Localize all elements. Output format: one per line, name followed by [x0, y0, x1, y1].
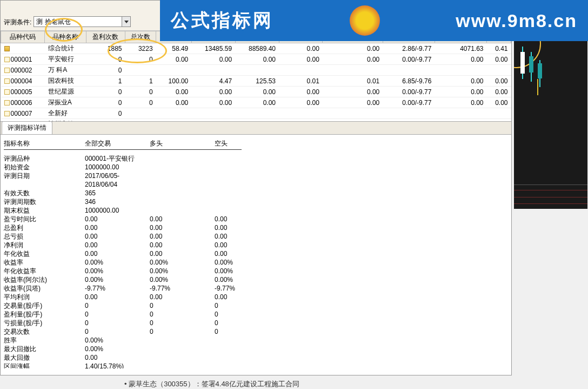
- detail-row: 平均利润0.000.000.00: [4, 293, 508, 301]
- detail-value: 365: [85, 189, 150, 197]
- row-value: [383, 108, 435, 119]
- row-value: 0.00: [323, 87, 383, 97]
- row-code: 000001: [11, 56, 32, 63]
- detail-value: 0: [215, 301, 279, 310]
- row-name: 平安银行: [45, 54, 86, 65]
- detail-value: 0.00: [85, 215, 150, 223]
- row-name: 深振业A: [45, 97, 86, 108]
- grid-header[interactable]: 总次数: [125, 31, 156, 43]
- grid-header[interactable]: 品种名称: [45, 31, 86, 43]
- detail-row: 交易次数000: [4, 327, 508, 336]
- detail-value: 0.00: [85, 249, 150, 258]
- row-value: 1: [125, 76, 156, 87]
- detail-value: 0.00: [150, 215, 215, 223]
- row-value: 4071.63: [435, 43, 486, 54]
- detail-value: 0: [85, 327, 150, 336]
- detail-value: 1000000.00: [85, 163, 150, 172]
- row-name: 综合统计: [45, 43, 86, 54]
- detail-value: 0: [215, 327, 279, 336]
- detail-value: 0: [150, 319, 215, 327]
- detail-value: 1.40(15.78%): [85, 362, 150, 368]
- row-value: [323, 65, 383, 76]
- annotation-arc: [514, 41, 541, 68]
- detail-header-col: 全部交易: [85, 138, 150, 149]
- table-row[interactable]: 000007全新好0: [1, 108, 511, 119]
- grid-line: [514, 184, 587, 185]
- detail-value: 0.00: [150, 232, 215, 241]
- detail-label: 最大回撤: [4, 353, 85, 362]
- detail-pane[interactable]: 指标名称 全部交易 多头 空头 评测品种000001-平安银行初始资金10000…: [1, 135, 511, 368]
- detail-label: 总盈利: [4, 223, 85, 232]
- grid-header[interactable]: 盈利次数: [86, 31, 125, 43]
- row-value: 0.00: [323, 54, 383, 65]
- detail-row: 收益率(阿尔法)0.00%0.00%0.00%: [4, 275, 508, 284]
- row-value: [235, 108, 279, 119]
- table-row[interactable]: 综合统计1885322358.4913485.5988589.400.000.0…: [1, 43, 511, 54]
- row-value: 1: [86, 76, 125, 87]
- detail-value: 1000000.00: [85, 206, 150, 215]
- detail-value: 0.00%: [85, 267, 150, 275]
- document-icon: [4, 89, 10, 95]
- banner-title: 公式指标网: [171, 8, 273, 33]
- detail-value: 0.00: [215, 232, 279, 241]
- detail-value: 0.00%: [85, 345, 150, 353]
- detail-value: 0.00: [215, 241, 279, 249]
- condition-combo[interactable]: [34, 16, 131, 27]
- row-value: 0.00: [323, 43, 383, 54]
- row-value: 0.00: [279, 54, 323, 65]
- detail-value: 0: [85, 319, 150, 327]
- grid-header[interactable]: 品种代码: [1, 31, 45, 43]
- row-value: [279, 108, 323, 119]
- banner-logo-icon: [350, 5, 380, 36]
- detail-row: 收益率0.00%0.00%0.00%: [4, 258, 508, 267]
- row-value: 100.00: [156, 76, 192, 87]
- row-value: 0.00: [435, 76, 486, 87]
- detail-value: 0.00: [150, 223, 215, 232]
- row-value: 0.00: [435, 87, 486, 97]
- row-value: 0: [86, 54, 125, 65]
- document-icon: [4, 57, 10, 62]
- detail-row: 盈利量(股/手)000: [4, 310, 508, 319]
- row-value: 0: [86, 65, 125, 76]
- detail-header-col: 空头: [215, 138, 242, 149]
- detail-label: 初始资金: [4, 163, 85, 172]
- row-value: 0.00: [279, 87, 323, 97]
- row-name: 国农科技: [45, 76, 86, 87]
- row-value: 2.86/-9.77: [383, 43, 435, 54]
- row-value: [383, 65, 435, 76]
- row-value: 0.00: [487, 54, 511, 65]
- detail-value: 0.00: [150, 241, 215, 249]
- detail-label: 交易量(股/手): [4, 301, 85, 310]
- detail-value: 0.00: [150, 249, 215, 258]
- detail-label: 评测品种: [4, 154, 85, 163]
- row-value: 0.00: [235, 54, 279, 65]
- detail-label: 收益率(阿尔法): [4, 275, 85, 284]
- detail-label: 有效天数: [4, 189, 85, 197]
- detail-row: 评测品种000001-平安银行: [4, 154, 508, 163]
- row-value: 0.00: [235, 87, 279, 97]
- watermark-banner: 公式指标网 www.9m8.cn: [160, 0, 588, 41]
- table-row[interactable]: 000002万 科A0: [1, 65, 511, 76]
- row-value: [156, 65, 192, 76]
- row-value: 0.00: [156, 87, 192, 97]
- table-row[interactable]: 000006深振业A000.000.000.000.000.000.00/-9.…: [1, 97, 511, 108]
- row-value: 1885: [86, 43, 125, 54]
- row-value: 0.00: [435, 97, 486, 108]
- tab-detail[interactable]: 评测指标详情: [2, 121, 52, 134]
- folder-icon: [4, 46, 10, 51]
- table-row[interactable]: 000001平安银行000.000.000.000.000.000.00/-9.…: [1, 54, 511, 65]
- detail-value: 0.00: [150, 293, 215, 301]
- row-code: 000002: [11, 67, 32, 74]
- banner-url: www.9m8.cn: [456, 10, 577, 31]
- detail-value: 346: [85, 197, 150, 206]
- condition-input[interactable]: [34, 18, 122, 25]
- detail-label: 平均利润: [4, 293, 85, 301]
- table-row[interactable]: 000005世纪星源000.000.000.000.000.000.00/-9.…: [1, 87, 511, 97]
- dropdown-button[interactable]: [122, 17, 130, 27]
- row-value: 0.00: [487, 76, 511, 87]
- grid-line: [514, 203, 587, 204]
- chart-panel: [514, 41, 587, 209]
- results-grid-wrap[interactable]: 品种代码品种名称盈利次数总次数胜率(%)净利润(%)净利润(%)收益率(%)年化…: [1, 31, 511, 122]
- table-row[interactable]: 000004国农科技11100.004.47125.530.010.016.85…: [1, 76, 511, 87]
- row-value: 0.00: [323, 97, 383, 108]
